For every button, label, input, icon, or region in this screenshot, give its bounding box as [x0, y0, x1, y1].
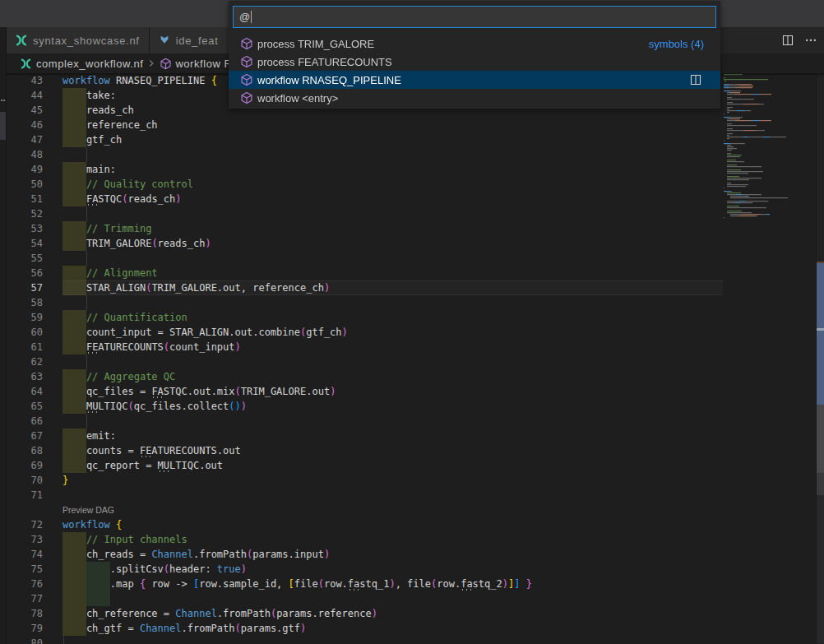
token: (: [235, 623, 241, 634]
code-line-66[interactable]: 66: [7, 414, 723, 429]
codelens-row[interactable]: Preview DAG: [7, 503, 723, 517]
quickpick-item-workflow-rnaseq-pipeline[interactable]: workflow RNASEQ_PIPELINE: [229, 71, 720, 89]
code-line-53[interactable]: 53 // Trimming: [7, 221, 723, 236]
line-content: .splitCsv(header: true): [62, 562, 723, 577]
token: ): [205, 238, 211, 249]
code-line-55[interactable]: 55: [7, 251, 723, 266]
code-line-73[interactable]: 73 // Input channels: [7, 532, 723, 547]
breadcrumb-symbol[interactable]: workflow R: [175, 58, 232, 70]
code-line-76[interactable]: 76 .map { row -> [row.sample_id, [file(r…: [7, 577, 723, 591]
breadcrumb-file[interactable]: complex_workflow.nf: [36, 58, 143, 70]
code-editor[interactable]: 43workflow RNASEQ_PIPELINE {44 take:45 r…: [7, 73, 824, 644]
token: ): [330, 386, 336, 397]
code-line-63[interactable]: 63 // Aggregate QC: [7, 369, 723, 384]
code-line-51[interactable]: 51 FASTQC(reads_ch): [7, 192, 723, 206]
line-content: [62, 591, 723, 606]
code-line-80[interactable]: 80: [7, 636, 723, 644]
token: STAR_ALIGN: [62, 282, 146, 294]
code-line-69[interactable]: 69 qc_report = MULTIQC.out: [7, 458, 723, 473]
token: , file: [396, 578, 431, 590]
token: row.: [437, 578, 461, 590]
token: header:: [169, 563, 217, 575]
more-actions-icon[interactable]: [803, 32, 819, 49]
scrollbar-block: [817, 73, 824, 262]
code-line-61[interactable]: 61 FEATURECOUNTS(count_input): [7, 340, 723, 354]
token: .out: [199, 460, 223, 471]
line-content: gtf_ch: [62, 132, 723, 147]
code-line-48[interactable]: 48: [7, 147, 723, 162]
code-line-65[interactable]: 65 MULTIQC(qc_files.collect()): [7, 399, 723, 414]
line-content: reference_ch: [62, 118, 723, 132]
token: counts =: [62, 445, 140, 456]
quickpick-input[interactable]: @: [233, 6, 716, 28]
quickpick-item-process-featurecounts[interactable]: process FEATURECOUNTS: [229, 53, 720, 71]
token: ): [372, 608, 377, 619]
token: (: [127, 401, 133, 412]
line-number: 63: [7, 369, 62, 384]
code-line-60[interactable]: 60 count_input = STAR_ALIGN.out.combine(…: [7, 325, 723, 340]
code-line-67[interactable]: 67 emit:: [7, 429, 723, 443]
code-line-49[interactable]: 49 main:: [7, 162, 723, 177]
token-with-hint: fastq_2: [461, 578, 502, 590]
token: // Aggregate QC: [62, 371, 175, 382]
codelens-text[interactable]: Preview DAG: [62, 503, 723, 517]
token-with-hint: FASTQC: [86, 193, 122, 205]
token-with-hint: FEATURECOUNTS: [86, 341, 164, 353]
split-editor-icon[interactable]: [780, 32, 796, 49]
line-content: // Quantification: [62, 310, 723, 325]
line-number: 55: [7, 251, 62, 266]
open-to-side-icon[interactable]: [689, 73, 702, 86]
line-number: 61: [7, 340, 62, 354]
line-content: emit:: [62, 429, 723, 443]
line-number: 68: [7, 443, 62, 458]
token: {: [211, 75, 217, 86]
code-line-50[interactable]: 50 // Quality control: [7, 177, 723, 192]
code-line-64[interactable]: 64 qc_files = FASTQC.out.mix(TRIM_GALORE…: [7, 384, 723, 399]
minimap[interactable]: [723, 73, 816, 644]
token: (: [164, 341, 169, 353]
codelens-preview-dag[interactable]: Preview DAG: [62, 504, 114, 515]
token: ): [389, 578, 395, 590]
code-line-68[interactable]: 68 counts = FEATURECOUNTS.out: [7, 443, 723, 458]
scrollbar-block: [817, 328, 824, 331]
scrollbar-strip[interactable]: [817, 73, 824, 644]
tab-label: ide_feat: [176, 35, 219, 47]
line-number: 46: [7, 118, 62, 132]
code-line-59[interactable]: 59 // Quantification: [7, 310, 723, 325]
code-line-62[interactable]: 62: [7, 354, 723, 369]
token: (: [122, 193, 127, 205]
code-line-47[interactable]: 47 gtf_ch: [7, 132, 723, 147]
sidebar-list-item[interactable]: [0, 112, 6, 140]
code-line-71[interactable]: 71: [7, 488, 723, 503]
code-line-77[interactable]: 77: [7, 591, 723, 606]
tab-label: syntax_showcase.nf: [33, 35, 140, 47]
token: .fromPath: [193, 549, 247, 560]
quickpick-item-workflow-entry-[interactable]: workflow <entry>: [229, 89, 720, 107]
line-number: 51: [7, 192, 62, 206]
token: ): [241, 401, 247, 412]
tab-syntax-showcase-nf[interactable]: syntax_showcase.nf: [7, 27, 150, 53]
code-lines[interactable]: 43workflow RNASEQ_PIPELINE {44 take:45 r…: [7, 73, 723, 644]
line-content: [62, 636, 723, 644]
code-line-72[interactable]: 72workflow {: [7, 517, 723, 532]
line-content: // Quality control: [62, 177, 723, 192]
code-line-54[interactable]: 54 TRIM_GALORE(reads_ch): [7, 236, 723, 251]
code-line-56[interactable]: 56 // Alignment: [7, 266, 723, 280]
code-line-78[interactable]: 78 ch_reference = Channel.fromPath(param…: [7, 606, 723, 621]
token: true: [217, 563, 241, 575]
line-content: [62, 488, 723, 503]
quickpick-item-process-trim-galore[interactable]: process TRIM_GALOREsymbols (4): [229, 35, 720, 53]
code-line-79[interactable]: 79 ch_gtf = Channel.fromPath(params.gtf): [7, 621, 723, 636]
token: ): [235, 341, 241, 353]
line-number: 58: [7, 295, 62, 310]
code-line-57[interactable]: 57 STAR_ALIGN(TRIM_GALORE.out, reference…: [7, 280, 723, 295]
code-line-74[interactable]: 74 ch_reads = Channel.fromPath(params.in…: [7, 547, 723, 562]
code-line-46[interactable]: 46 reference_ch: [7, 118, 723, 132]
token: count_input = STAR_ALIGN.out.combine: [62, 327, 300, 338]
code-line-75[interactable]: 75 .splitCsv(header: true): [7, 562, 723, 577]
code-line-58[interactable]: 58: [7, 295, 723, 310]
line-number: 47: [7, 132, 62, 147]
code-line-70[interactable]: 70}: [7, 473, 723, 488]
chevron-right-icon: [146, 58, 157, 69]
code-line-52[interactable]: 52: [7, 206, 723, 221]
